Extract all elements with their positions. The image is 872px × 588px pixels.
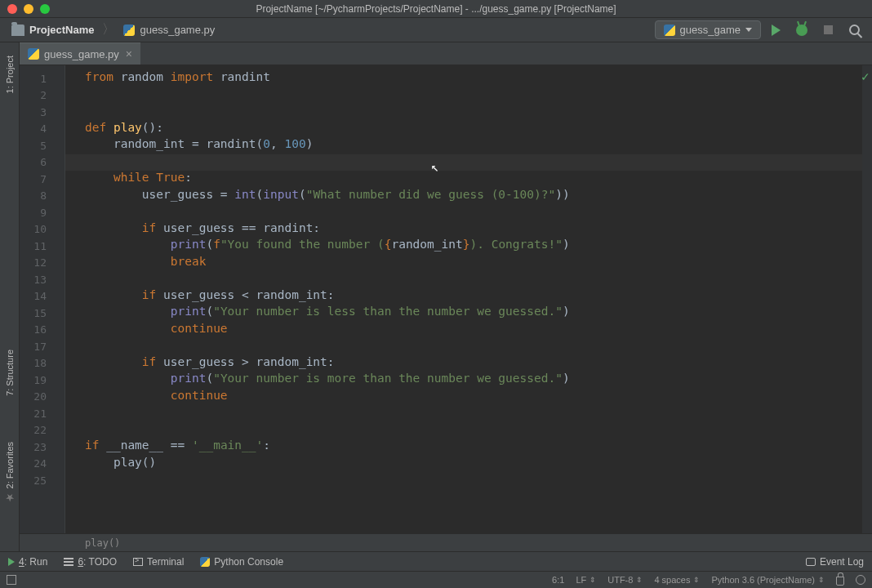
structure-tool-tab[interactable]: 7: Structure [3,343,16,403]
encoding-selector[interactable]: UTF-8⇕ [607,575,643,585]
stop-button [816,25,839,34]
inspection-ok-icon: ✓ [861,70,870,83]
minimize-window-button[interactable] [24,4,33,14]
code-editor[interactable]: 12345678910111213141516171819202122 23 2… [20,65,872,533]
close-tab-button[interactable]: × [124,47,134,60]
event-log-tool-tab[interactable]: Event Log [806,556,864,568]
editor-tab[interactable]: guess_game.py × [20,42,140,65]
stop-icon [824,25,833,34]
python-file-icon [123,24,135,36]
code-breadcrumb[interactable]: play() [20,533,872,551]
code-breadcrumb-label: play() [85,537,120,549]
run-configuration-dropdown[interactable]: guess_game [655,20,761,39]
indent-selector[interactable]: 4 spaces⇕ [654,575,700,585]
maximize-window-button[interactable] [40,4,50,14]
project-tool-tab[interactable]: 1: Project [3,49,16,100]
list-icon [64,558,73,566]
window-title: ProjectName [~/PycharmProjects/ProjectNa… [0,3,872,15]
editor-tab-label: guess_game.py [44,48,119,60]
breadcrumb-separator: 〉 [102,21,115,38]
editor-tabs: guess_game.py × [20,42,872,65]
python-file-icon [664,24,675,36]
python-console-tool-tab[interactable]: Python Console [200,556,283,568]
star-icon: ★ [3,492,16,504]
bug-icon [796,24,807,36]
line-number-gutter: 12345678910111213141516171819202122 23 2… [20,65,65,533]
breadcrumb-project[interactable]: ProjectName [7,22,99,38]
inspector-icon[interactable] [856,575,865,585]
run-config-label: guess_game [680,24,741,36]
terminal-icon [133,558,143,566]
bottom-tool-bar: 4: Run 6: TODO Terminal Python Console E… [0,551,872,571]
interpreter-selector[interactable]: Python 3.6 (ProjectName)⇕ [711,575,825,585]
debug-button[interactable] [790,24,813,36]
play-icon [8,558,15,566]
editor-marker-strip[interactable]: ✓ [862,65,872,533]
chevron-down-icon [745,28,752,32]
search-icon [849,24,860,35]
breadcrumb-file-label: guess_game.py [140,24,215,36]
favorites-tool-tab[interactable]: ★2: Favorites [2,435,17,510]
terminal-tool-tab[interactable]: Terminal [133,556,184,568]
speech-bubble-icon [806,558,816,566]
play-icon [772,24,781,36]
python-file-icon [200,557,210,567]
search-everywhere-button[interactable] [843,24,865,35]
left-tool-strip: 1: Project 7: Structure ★2: Favorites [0,42,20,551]
caret-position[interactable]: 6:1 [552,575,564,585]
code-area[interactable]: from random import randint def play(): r… [65,65,862,533]
breadcrumb-project-label: ProjectName [29,24,94,36]
python-file-icon [28,48,39,60]
navigation-bar: ProjectName 〉 guess_game.py guess_game [0,18,872,42]
close-window-button[interactable] [7,4,17,14]
window-titlebar: ProjectName [~/PycharmProjects/ProjectNa… [0,0,872,18]
run-button[interactable] [764,24,787,36]
folder-icon [11,24,24,36]
tool-window-toggle-icon[interactable] [7,575,16,585]
run-tool-tab[interactable]: 4: Run [8,556,47,568]
todo-tool-tab[interactable]: 6: TODO [64,556,117,568]
status-bar: 6:1 LF⇕ UTF-8⇕ 4 spaces⇕ Python 3.6 (Pro… [0,571,872,588]
breadcrumb-file[interactable]: guess_game.py [118,22,220,38]
lock-icon[interactable] [836,577,844,586]
line-ending-selector[interactable]: LF⇕ [576,575,596,585]
